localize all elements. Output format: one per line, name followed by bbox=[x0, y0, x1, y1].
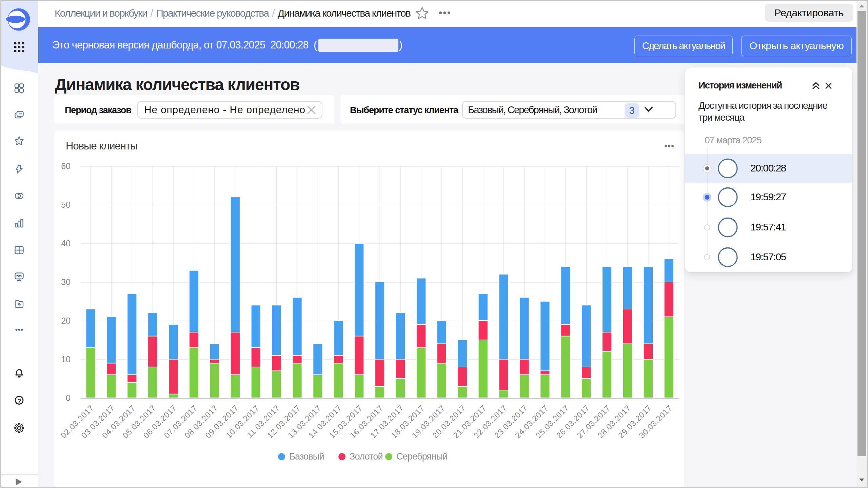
svg-text:40: 40 bbox=[61, 239, 71, 248]
svg-text:0: 0 bbox=[66, 393, 71, 403]
svg-text:50: 50 bbox=[61, 200, 71, 209]
svg-text:20: 20 bbox=[61, 316, 71, 325]
svg-text:?: ? bbox=[17, 398, 21, 405]
svg-text:10: 10 bbox=[61, 354, 71, 364]
svg-text:30: 30 bbox=[61, 277, 71, 287]
svg-text:60: 60 bbox=[61, 161, 71, 171]
